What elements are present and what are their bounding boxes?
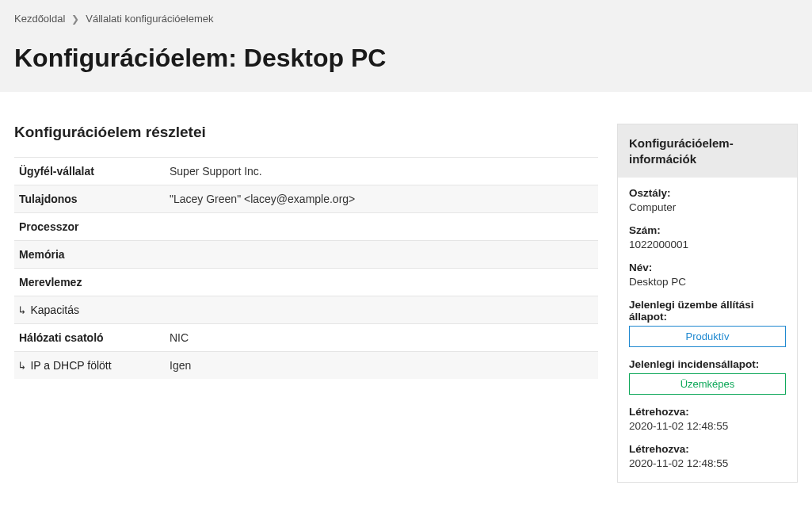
- info-item-value: Computer: [629, 201, 786, 213]
- details-label: Tulajdonos: [14, 185, 165, 213]
- details-value: [165, 241, 598, 269]
- status-badge: Produktív: [629, 326, 786, 347]
- breadcrumb-home-link[interactable]: Kezdőoldal: [14, 13, 65, 25]
- info-item: Jelenlegi incidensállapot:Üzemképes: [629, 358, 786, 395]
- info-item: Szám:1022000001: [629, 224, 786, 250]
- details-row: Merevlemez: [14, 269, 598, 296]
- page-header: Kezdőoldal ❯ Vállalati konfigurációeleme…: [0, 0, 812, 92]
- details-label: ↳Kapacitás: [14, 296, 165, 324]
- details-label: ↳IP a DHCP fölött: [14, 352, 165, 380]
- info-item-label: Jelenlegi incidensállapot:: [629, 358, 786, 370]
- chevron-right-icon: ❯: [71, 13, 79, 25]
- info-item: Osztály:Computer: [629, 187, 786, 213]
- details-label-text: Memória: [19, 248, 65, 261]
- details-row: Memória: [14, 241, 598, 269]
- details-table: Ügyfél-vállalatSuper Support Inc.Tulajdo…: [14, 157, 598, 379]
- details-label: Processzor: [14, 213, 165, 241]
- info-item: Létrehozva:2020-11-02 12:48:55: [629, 406, 786, 432]
- info-item-value: Desktop PC: [629, 276, 786, 288]
- info-item-value: 2020-11-02 12:48:55: [629, 420, 786, 432]
- info-box: Konfigurációelem-információk Osztály:Com…: [617, 124, 798, 483]
- info-sidebar: Konfigurációelem-információk Osztály:Com…: [617, 124, 798, 483]
- details-row: Ügyfél-vállalatSuper Support Inc.: [14, 158, 598, 185]
- details-label: Hálózati csatoló: [14, 324, 165, 352]
- info-item-label: Osztály:: [629, 187, 786, 199]
- details-label-text: Hálózati csatoló: [19, 331, 104, 344]
- info-box-body: Osztály:ComputerSzám:1022000001Név:Deskt…: [618, 178, 797, 482]
- info-item: Létrehozva:2020-11-02 12:48:55: [629, 443, 786, 469]
- info-item-label: Létrehozva:: [629, 406, 786, 418]
- details-label-text: IP a DHCP fölött: [30, 359, 111, 372]
- details-value: NIC: [165, 324, 598, 352]
- details-row: Tulajdonos"Lacey Green" <lacey@example.o…: [14, 185, 598, 213]
- details-label: Merevlemez: [14, 269, 165, 296]
- details-label-text: Merevlemez: [19, 276, 82, 288]
- details-row: Hálózati csatolóNIC: [14, 324, 598, 352]
- breadcrumb: Kezdőoldal ❯ Vállalati konfigurációeleme…: [14, 13, 798, 25]
- status-badge: Üzemképes: [629, 373, 786, 395]
- details-label: Ügyfél-vállalat: [14, 158, 165, 185]
- details-row: ↳Kapacitás: [14, 296, 598, 324]
- details-section: Konfigurációelem részletei Ügyfél-vállal…: [14, 124, 598, 483]
- details-label-text: Kapacitás: [30, 304, 78, 316]
- info-box-header: Konfigurációelem-információk: [618, 124, 797, 178]
- info-item-label: Név:: [629, 262, 786, 273]
- details-section-title: Konfigurációelem részletei: [14, 124, 598, 141]
- breadcrumb-current: Vállalati konfigurációelemek: [86, 13, 213, 25]
- page-title: Konfigurációelem: Desktop PC: [14, 44, 798, 73]
- info-item-value: 1022000001: [629, 239, 786, 250]
- details-value: [165, 213, 598, 241]
- details-label-text: Tulajdonos: [19, 193, 78, 205]
- info-item: Név:Desktop PC: [629, 262, 786, 288]
- details-label: Memória: [14, 241, 165, 269]
- info-item-label: Létrehozva:: [629, 443, 786, 455]
- details-row: Processzor: [14, 213, 598, 241]
- details-value: [165, 296, 598, 324]
- info-item-label: Jelenlegi üzembe állítási állapot:: [629, 299, 786, 323]
- details-value: [165, 269, 598, 296]
- details-label-text: Processzor: [19, 220, 78, 233]
- details-value: Igen: [165, 352, 598, 380]
- info-item-value: 2020-11-02 12:48:55: [629, 457, 786, 469]
- info-item-label: Szám:: [629, 224, 786, 236]
- info-item: Jelenlegi üzembe állítási állapot:Produk…: [629, 299, 786, 347]
- details-row: ↳IP a DHCP fölöttIgen: [14, 352, 598, 380]
- content-area: Konfigurációelem részletei Ügyfél-vállal…: [0, 92, 812, 499]
- indent-arrow-icon: ↳: [19, 359, 25, 372]
- details-value: "Lacey Green" <lacey@example.org>: [165, 185, 598, 213]
- details-value: Super Support Inc.: [165, 158, 598, 185]
- indent-arrow-icon: ↳: [19, 304, 25, 316]
- details-label-text: Ügyfél-vállalat: [19, 165, 94, 178]
